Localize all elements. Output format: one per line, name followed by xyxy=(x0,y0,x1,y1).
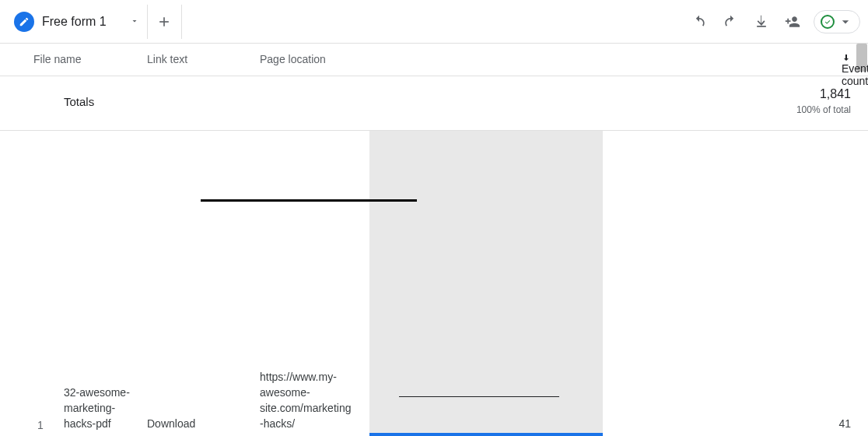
selection-bar xyxy=(369,433,603,436)
redaction-line xyxy=(201,199,417,202)
cell-linktext: Download xyxy=(147,416,240,431)
column-filename[interactable]: File name xyxy=(33,53,81,65)
download-icon[interactable] xyxy=(751,12,772,32)
column-eventcount[interactable]: Event count xyxy=(842,53,851,62)
totals-label: Totals xyxy=(64,95,94,108)
tab-dropdown-icon[interactable] xyxy=(130,16,139,28)
share-person-icon[interactable] xyxy=(782,12,803,32)
undo-icon[interactable] xyxy=(689,12,709,32)
totals-row: Totals 1,841 100% of total xyxy=(0,76,868,131)
toolbar-right xyxy=(689,0,860,44)
add-tab-button[interactable] xyxy=(148,5,182,39)
column-pagelocation[interactable]: Page location xyxy=(260,53,326,65)
cell-filename: 32-awesome-marketing-hacks-pdf xyxy=(64,385,134,431)
row-number: 1 xyxy=(37,419,44,431)
sort-desc-icon xyxy=(842,53,851,62)
column-headers: File name Link text Page location Event … xyxy=(0,44,868,76)
check-circle-icon xyxy=(821,15,835,29)
redo-icon[interactable] xyxy=(720,12,740,32)
tab-free-form-1[interactable]: Free form 1 xyxy=(8,5,148,39)
column-linktext[interactable]: Link text xyxy=(147,53,187,65)
cell-pagelocation: https://www.my-awesome-site.com/marketin… xyxy=(260,369,353,431)
cell-eventcount: 41 xyxy=(773,416,851,431)
report-viewport: Free form 1 xyxy=(0,0,868,436)
tab-bar: Free form 1 xyxy=(0,0,868,44)
data-area: 1 32-awesome-marketing-hacks-pdf Downloa… xyxy=(0,131,868,436)
totals-value: 1,841 xyxy=(820,87,851,101)
totals-subtext: 100% of total xyxy=(796,104,851,115)
status-pill[interactable] xyxy=(814,10,860,33)
table-row[interactable]: 1 32-awesome-marketing-hacks-pdf Downloa… xyxy=(0,346,868,431)
pencil-icon xyxy=(14,12,34,32)
chevron-down-icon xyxy=(838,14,853,30)
tab-title: Free form 1 xyxy=(42,15,107,29)
